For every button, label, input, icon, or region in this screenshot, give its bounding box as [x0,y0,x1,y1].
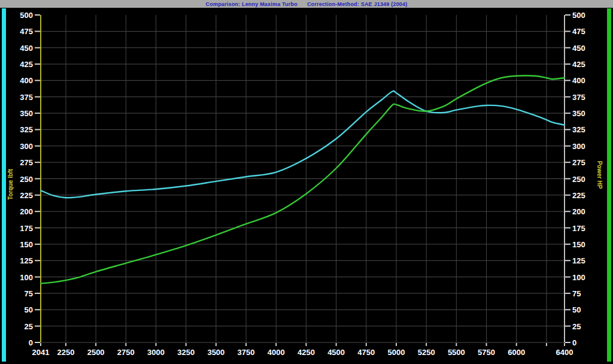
left-axis-tick-label: 500 [20,11,33,20]
x-axis-tick-label: 5250 [418,348,435,357]
left-axis-tick-label: 375 [20,93,33,102]
left-axis-tick-label: 475 [20,27,33,36]
left-axis-tick-label: 0 [29,338,33,347]
left-axis-tick-label: 400 [20,76,33,85]
right-axis-tick-label: 400 [572,76,585,85]
x-axis-tick-label: 5500 [448,348,465,357]
x-axis-tick-label: 5750 [478,348,495,357]
right-axis-tick-label: 450 [572,44,585,53]
left-axis-tick-label: 350 [20,109,33,118]
right-axis-tick-label: 275 [572,158,585,167]
left-axis-tick-label: 100 [20,273,33,282]
x-axis-tick-label: 4500 [327,348,345,357]
left-axis-tick-label: 175 [20,224,33,233]
x-axis-tick-label: 6400 [556,348,573,357]
left-axis-tick-label: 275 [20,158,33,167]
torque-axis-label: Torque lbft [7,169,14,199]
x-axis-tick-label: 4750 [357,348,375,357]
power-axis-label: Power HP [596,161,603,189]
right-axis-tick-label: 0 [572,338,576,347]
x-axis-tick-label: 4250 [298,348,315,357]
x-axis-tick-label: 5000 [388,348,405,357]
right-axis-tick-label: 200 [572,207,585,216]
x-axis-tick-label: 2041 [32,348,50,357]
x-axis-tick-label: 3250 [177,348,195,357]
right-axis-tick-label: 500 [572,11,585,20]
x-axis-tick-label: 3750 [238,348,255,357]
torque-curve [41,91,565,198]
right-axis-tick-label: 150 [572,240,585,249]
left-axis-tick-label: 250 [20,175,33,184]
right-axis-tick-label: 175 [572,224,585,233]
right-axis-tick-label: 300 [572,142,585,151]
right-axis-tick-label: 350 [572,109,585,118]
left-axis-tick-label: 325 [20,125,33,134]
left-axis-tick-label: 25 [25,322,33,331]
x-axis-tick-label: 2250 [57,348,74,357]
left-axis-tick-label: 200 [20,207,33,216]
x-axis-tick-label: 3000 [147,348,165,357]
left-axis-tick-label: 425 [20,60,33,69]
right-axis-tick-label: 75 [572,289,581,298]
right-axis-tick-label: 100 [572,273,585,282]
x-axis-tick-label: 2750 [117,348,135,357]
right-axis-tick-label: 125 [572,256,585,265]
left-axis-tick-label: 50 [25,305,33,314]
dyno-app-window: Comparison: Lenny Maxima Turbo Correctio… [0,0,613,364]
power-curve [41,75,565,283]
x-axis-tick-label: 3500 [207,348,224,357]
x-axis-tick-label: 6000 [508,348,525,357]
left-axis-tick-label: 225 [20,191,33,200]
left-axis-tick-label: 300 [20,142,33,151]
right-axis-tick-label: 375 [572,93,585,102]
left-axis-tick-label: 125 [20,256,33,265]
x-axis-tick-label: 2500 [87,348,105,357]
right-axis-tick-label: 25 [572,322,581,331]
left-axis-tick-label: 450 [20,44,33,53]
left-axis-tick-label: 75 [25,289,33,298]
right-axis-tick-label: 325 [572,125,585,134]
right-axis-tick-label: 250 [572,175,585,184]
right-axis-tick-label: 475 [572,27,585,36]
right-axis-tick-label: 425 [572,60,585,69]
right-axis-tick-label: 50 [572,305,581,314]
dyno-chart: 5005004754754504504254254004003753753503… [0,0,613,364]
x-axis-tick-label: 4000 [268,348,285,357]
right-axis-tick-label: 225 [572,191,585,200]
left-axis-tick-label: 150 [20,240,33,249]
